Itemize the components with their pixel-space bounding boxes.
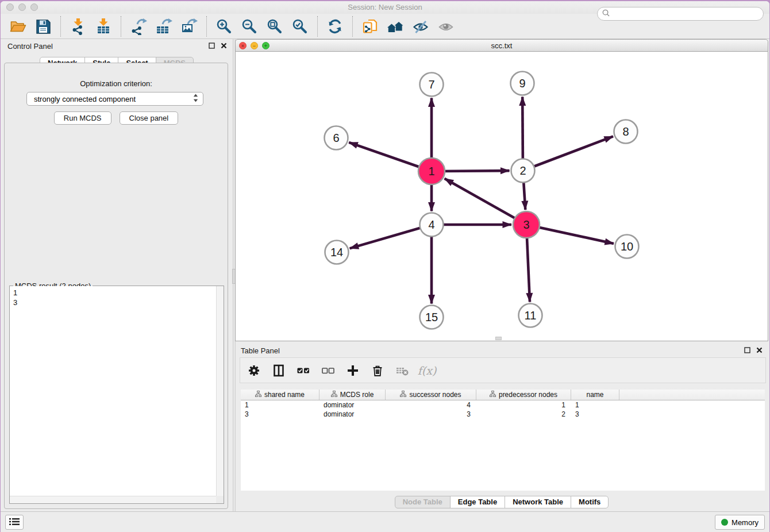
canvas-splitter-handle[interactable]	[495, 337, 502, 340]
add-column-icon[interactable]	[346, 364, 360, 377]
network-graph[interactable]: 7968124314101511	[236, 52, 768, 340]
network-canvas[interactable]: 7968124314101511	[235, 52, 768, 341]
hide-selected-icon[interactable]	[412, 18, 429, 35]
node-15[interactable]: 15	[420, 306, 444, 329]
tab-network-table[interactable]: Network Table	[505, 496, 571, 508]
column-header-name[interactable]: name	[571, 390, 619, 400]
network-window: × − + scc.txt 7968124314101511	[235, 39, 768, 341]
node-4[interactable]: 4	[420, 213, 444, 237]
tab-node-table[interactable]: Node Table	[395, 496, 451, 508]
table-toolbar: f(x)	[240, 357, 766, 383]
dropdown-stepper-icon	[193, 94, 198, 104]
column-label: predecessor nodes	[499, 391, 557, 399]
task-history-button[interactable]	[5, 515, 24, 530]
criterion-dropdown-value: strongly connected component	[34, 95, 193, 103]
column-header-MCDS-role[interactable]: MCDS role	[319, 390, 386, 400]
search-input[interactable]	[613, 10, 759, 18]
cell-MCDS-role[interactable]: dominator	[319, 410, 386, 419]
edge-3-1[interactable]	[445, 179, 526, 225]
show-all-icon[interactable]	[437, 18, 455, 35]
zoom-fit-icon[interactable]	[266, 18, 283, 35]
node-11[interactable]: 11	[519, 304, 542, 327]
open-file-icon[interactable]	[9, 18, 26, 35]
table-header-row: shared nameMCDS rolesuccessor nodesprede…	[241, 390, 765, 400]
edge-2-8[interactable]	[523, 136, 613, 171]
toolbar-separator	[60, 16, 61, 37]
column-header-successor-nodes[interactable]: successor nodes	[386, 390, 476, 400]
toolbar-separator	[206, 16, 207, 37]
cell-shared-name[interactable]: 3	[241, 410, 319, 419]
app-window: Session: New Session Control Panel Netwo…	[1, 1, 769, 532]
run-mcds-button[interactable]: Run MCDS	[54, 111, 111, 125]
node-10[interactable]: 10	[615, 235, 639, 259]
hierarchy-icon	[490, 391, 496, 399]
save-session-icon[interactable]	[34, 18, 52, 35]
cell-predecessor-nodes[interactable]: 1	[476, 400, 571, 410]
node-6[interactable]: 6	[325, 126, 348, 150]
result-vertical-scrollbar[interactable]	[216, 286, 224, 496]
node-3[interactable]: 3	[513, 211, 540, 238]
node-2[interactable]: 2	[511, 159, 535, 183]
first-neighbors-icon[interactable]	[361, 18, 379, 35]
node-8[interactable]: 8	[614, 120, 638, 144]
svg-text:11: 11	[525, 309, 537, 322]
cell-successor-nodes[interactable]: 4	[386, 400, 476, 410]
edge-4-14[interactable]	[350, 225, 432, 248]
app-zoom-button[interactable]	[30, 3, 38, 11]
delete-column-icon[interactable]	[371, 364, 384, 377]
export-image-icon[interactable]	[180, 18, 198, 35]
table-body[interactable]: 1dominator4113dominator323	[241, 400, 765, 491]
mcds-result-list[interactable]: 1 3	[10, 286, 216, 496]
memory-button[interactable]: Memory	[715, 515, 765, 530]
close-panel-button[interactable]: Close panel	[120, 111, 179, 125]
zoom-in-icon[interactable]	[215, 18, 233, 35]
column-header-predecessor-nodes[interactable]: predecessor nodes	[476, 390, 571, 400]
import-network-icon[interactable]	[70, 18, 87, 35]
cell-shared-name[interactable]: 1	[241, 400, 319, 410]
float-panel-icon[interactable]	[744, 347, 750, 353]
node-1[interactable]: 1	[418, 158, 445, 184]
clear-checkboxes-icon[interactable]	[321, 364, 335, 377]
hierarchy-icon	[400, 391, 406, 399]
refresh-layout-icon[interactable]	[326, 18, 344, 35]
export-table-icon[interactable]	[155, 18, 172, 35]
svg-text:2: 2	[519, 164, 526, 177]
criterion-dropdown[interactable]: strongly connected component	[26, 92, 203, 106]
column-header-shared-name[interactable]: shared name	[241, 390, 319, 400]
table-settings-icon[interactable]	[247, 364, 261, 377]
export-network-icon[interactable]	[130, 18, 147, 35]
zoom-out-icon[interactable]	[241, 18, 258, 35]
mcds-result-box: MCDS result (2 nodes) 1 3	[9, 286, 224, 504]
home-network-icon[interactable]	[387, 18, 404, 35]
network-window-titlebar[interactable]: × − + scc.txt	[235, 39, 768, 52]
close-panel-icon[interactable]	[221, 43, 227, 49]
zoom-selected-icon[interactable]	[291, 18, 309, 35]
svg-text:15: 15	[425, 311, 438, 323]
svg-text:7: 7	[428, 78, 434, 91]
node-14[interactable]: 14	[325, 241, 349, 264]
import-table-icon[interactable]	[95, 18, 112, 35]
cell-predecessor-nodes[interactable]: 2	[476, 410, 571, 419]
cell-MCDS-role[interactable]: dominator	[319, 400, 386, 410]
node-7[interactable]: 7	[420, 73, 444, 97]
cell-name[interactable]: 1	[571, 400, 619, 410]
select-all-checkboxes-icon[interactable]	[297, 364, 310, 377]
node-9[interactable]: 9	[511, 72, 534, 95]
table-row[interactable]: 1dominator411	[241, 400, 765, 410]
svg-text:14: 14	[330, 246, 343, 259]
close-panel-icon[interactable]	[756, 347, 763, 353]
tab-edge-table[interactable]: Edge Table	[450, 496, 505, 508]
search-box[interactable]	[597, 7, 764, 21]
tab-motifs[interactable]: Motifs	[571, 496, 609, 508]
app-close-button[interactable]	[6, 3, 14, 11]
table-panel-title: Table Panel	[241, 346, 280, 355]
column-layout-icon[interactable]	[272, 364, 286, 377]
table-row[interactable]: 3dominator323	[241, 410, 765, 419]
result-horizontal-scrollbar[interactable]	[10, 496, 216, 503]
app-minimize-button[interactable]	[18, 3, 26, 11]
cell-name[interactable]: 3	[571, 410, 619, 419]
cell-successor-nodes[interactable]: 3	[386, 410, 476, 419]
toolbar-separator	[317, 16, 318, 37]
hierarchy-icon	[331, 391, 337, 399]
float-panel-icon[interactable]	[209, 43, 215, 49]
